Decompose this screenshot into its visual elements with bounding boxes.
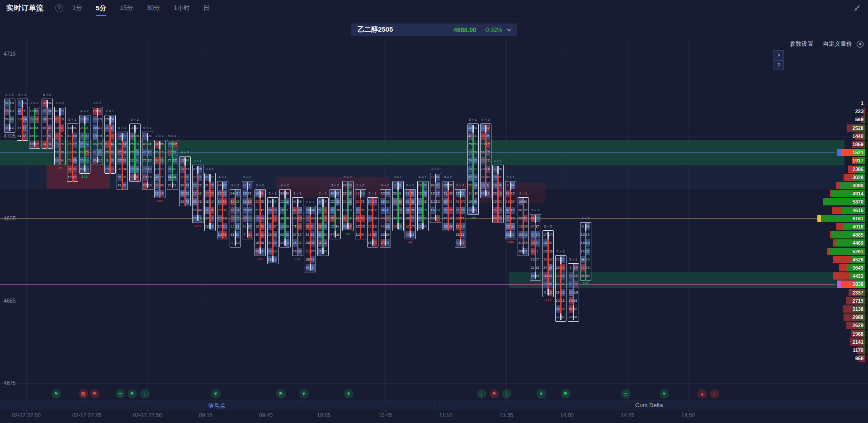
chevron-down-icon[interactable] xyxy=(506,27,512,33)
footprint-candle[interactable]: 7641042511895062127771902255116923 xyxy=(505,181,516,239)
signal-layers-icon[interactable]: ☰ xyxy=(116,389,125,399)
footprint-candle[interactable]: 194190678767171215171691130771169108147 xyxy=(530,214,541,280)
footprint-candle[interactable]: 993012811618021666199936595140149 xyxy=(279,189,291,247)
footprint-cell-bid: 160 xyxy=(243,198,247,205)
custom-volume-price-button[interactable]: 自定义量价 xyxy=(823,40,852,48)
footprint-candle[interactable]: 4020716522151862593615322520111211995 xyxy=(217,181,228,239)
profile-line-cap xyxy=(837,280,841,288)
footprint-candle[interactable]: 23818521563771239140143449771 xyxy=(167,140,178,190)
footprint-cell-ask: 29 xyxy=(123,157,127,164)
footprint-candle[interactable]: 8613223136531802552431238647181 xyxy=(330,189,341,239)
signal-down-icon[interactable]: ↓ xyxy=(140,389,150,399)
footprint-candle[interactable]: 223209250157242420910724516512019417349 xyxy=(380,189,391,247)
footprint-candle[interactable]: 1621455732386648722522611654 xyxy=(355,189,366,239)
help-icon[interactable]: ? xyxy=(55,4,63,12)
footprint-candle[interactable]: 120167251247216832531423715620819660104 xyxy=(79,115,90,174)
panel-help-button[interactable]: ? xyxy=(774,60,784,70)
candle-ratio-label: 6 × 2 xyxy=(540,224,556,228)
footprint-candle[interactable]: 81972172374725818815531627127118152 xyxy=(204,173,216,231)
tab-5min[interactable]: 5分 xyxy=(95,0,107,16)
footprint-candle[interactable]: 24985200256341822352074315723090158159 xyxy=(154,140,165,198)
footprint-cell-bid: 68 xyxy=(255,248,259,255)
signal-pin-icon[interactable]: ⚑ xyxy=(276,389,286,399)
cum-delta-label[interactable]: Cum Delta xyxy=(635,402,663,409)
footprint-candle[interactable]: 1842375813812612936723988342091031101831… xyxy=(267,197,278,264)
footprint-candle[interactable]: 91116252118566886122 xyxy=(4,99,15,133)
footprint-cell-ask: 35 xyxy=(586,248,590,255)
footprint-cell-ask: 216 xyxy=(473,141,477,148)
footprint-candle[interactable]: 06516625413810019135682401942539563 xyxy=(580,222,591,280)
footprint-candle[interactable]: 1846895222723711210313421020370 xyxy=(430,173,441,223)
footprint-candle[interactable]: 2242342113258216143202745233716110220114… xyxy=(467,124,479,215)
footprint-cell-bid: 112 xyxy=(431,198,435,205)
footprint-candle[interactable]: 1148610522113424123315010092661326423 xyxy=(492,165,504,223)
target-icon[interactable] xyxy=(857,41,863,48)
signal-down-icon[interactable]: ↓ xyxy=(477,389,486,399)
candle-body xyxy=(510,190,511,231)
footprint-cell-bid: 116 xyxy=(356,231,360,238)
footprint-candle[interactable]: 176831201722551131701961622289248104115 xyxy=(92,107,103,165)
signal-tdown-icon[interactable]: ▼ xyxy=(344,389,354,399)
footprint-candle[interactable]: 12678492434710772157204131215132245193 xyxy=(142,132,153,190)
footprint-candle[interactable]: 22210451731125816827131451332320670 xyxy=(455,189,466,247)
signal-pin-icon[interactable]: ⚑ xyxy=(490,389,499,399)
signal-layers-icon[interactable]: ☰ xyxy=(621,389,631,399)
footprint-candle[interactable]: 137342492331142013654102589373 xyxy=(179,156,191,206)
footprint-candle[interactable]: 1721722015612915112124423412208133387217… xyxy=(555,255,566,322)
footprint-candle[interactable]: 8123381138198421761652161578319354 xyxy=(54,107,66,165)
signal-tdown-icon[interactable]: ▼ xyxy=(537,389,546,399)
footprint-candle[interactable]: 146219207245223243223293824015954328 xyxy=(117,132,128,190)
footprint-candle[interactable]: 1446232254213471572461920390219184886811… xyxy=(255,189,266,256)
v-gridline xyxy=(147,40,148,410)
footprint-candle[interactable]: 91194421662531607856571712172324939 xyxy=(292,197,303,256)
footprint-candle[interactable]: 10125411523314921119925680233155249 xyxy=(417,181,429,231)
footprint-cell-ask: 105 xyxy=(348,182,352,189)
signal-pin-icon[interactable]: ⚑ xyxy=(90,389,99,399)
footprint-cell-bid: 122 xyxy=(543,248,547,255)
candle-ratio-label: 3 × 1 xyxy=(189,159,206,163)
expand-panel-button[interactable]: > xyxy=(774,50,784,60)
footprint-cell-ask: 227 xyxy=(248,215,252,222)
footprint-candle[interactable]: 22823771103200717917549129233158 xyxy=(443,181,454,231)
footprint-candle[interactable]: 1321461391077686299925622421717418042995 xyxy=(305,206,316,272)
footprint-candle[interactable]: 20924525312229253153639225610644244219 xyxy=(192,165,203,223)
candle-body xyxy=(397,190,399,223)
collapse-icon[interactable] xyxy=(853,4,862,13)
signal-down-icon[interactable]: ↓ xyxy=(502,389,511,399)
footprint-candle[interactable]: 1204612710625115513747515425787133112 xyxy=(67,124,78,182)
footprint-candle[interactable]: 6920698785231703422150154 xyxy=(392,181,404,231)
footprint-cell-ask: 246 xyxy=(260,215,264,222)
footprint-candle[interactable]: 1731791528912213829100241001562341254801… xyxy=(542,230,554,297)
signal-tdown-icon[interactable]: ▼ xyxy=(211,389,221,399)
footprint-cell-ask: 237 xyxy=(273,198,277,205)
footprint-candle[interactable]: 1661171407825818025519611191277418632 xyxy=(129,124,141,182)
footprint-candle[interactable]: 28712929160120250105226227911747113 xyxy=(242,181,253,239)
footprint-candle[interactable]: 512565157341551002716717823153 xyxy=(405,189,416,239)
signal-tdown-icon[interactable]: ▼ xyxy=(660,389,669,399)
footprint-candle[interactable]: 2481052271892231141761965118966197 xyxy=(342,181,354,231)
footprint-candle[interactable]: 1071451382212023613716921792134173 xyxy=(367,197,378,247)
tab-1hour[interactable]: 1小时 xyxy=(173,0,191,16)
footprint-candle[interactable]: 2441158113444139153237121993300213 xyxy=(230,189,241,247)
footprint-candle[interactable]: 014490221192503912814988658722985 xyxy=(568,263,579,322)
signal-pin-icon[interactable]: ⚑ xyxy=(561,389,571,399)
symbol-selector[interactable]: 乙二醇2505 4688.00 -0.32% xyxy=(351,24,517,36)
tab-day[interactable]: 日 xyxy=(203,0,211,16)
footprint-candle[interactable]: 1417821217116019323522620120416411215730 xyxy=(317,197,329,256)
signal-pin-icon[interactable]: ⚑ xyxy=(52,389,61,399)
signal-grid-icon[interactable]: ▦ xyxy=(79,389,88,399)
tab-30min[interactable]: 30分 xyxy=(146,0,161,16)
footprint-candle[interactable]: 1242522220210217869116377024248 xyxy=(42,99,53,149)
signal-tdown-icon[interactable]: ▼ xyxy=(299,389,309,399)
signal-tup-icon[interactable]: ▲ xyxy=(698,389,707,399)
footprint-candle[interactable]: 19886862232204213014710912221424720823 xyxy=(518,197,529,256)
settings-button[interactable]: 参数设置 xyxy=(790,40,813,48)
footprint-candle[interactable]: 2582492174719209514425980860194171 xyxy=(104,115,116,174)
tab-15min[interactable]: 15分 xyxy=(119,0,134,16)
footprint-cell-ask: 190 xyxy=(511,215,515,222)
footprint-candle[interactable]: 239113292411195516938135121 xyxy=(29,107,40,149)
tab-1min[interactable]: 1分 xyxy=(71,0,83,16)
signal-pin-icon[interactable]: ⚑ xyxy=(127,389,137,399)
signal-up-icon[interactable]: ↑ xyxy=(710,389,719,399)
signal-points-label[interactable]: 信号点 xyxy=(208,402,226,410)
